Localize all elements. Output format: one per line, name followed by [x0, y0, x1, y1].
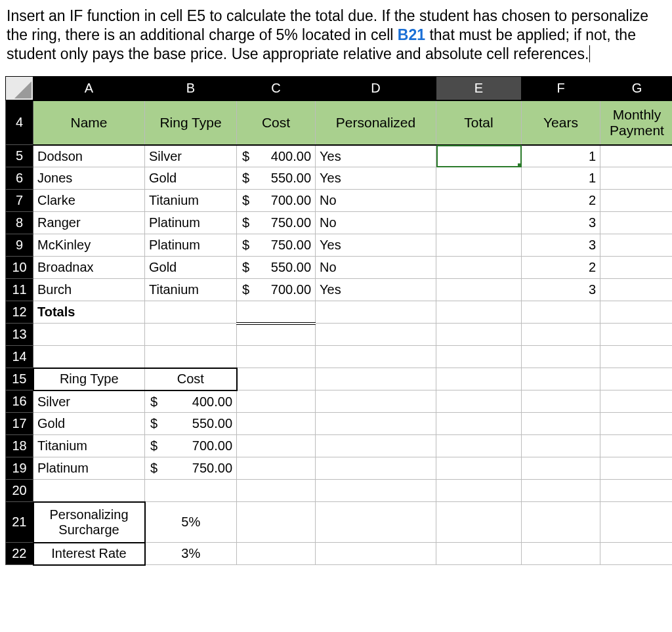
cell[interactable]: [436, 413, 522, 435]
row-header[interactable]: 18: [6, 435, 33, 457]
row-header[interactable]: 6: [6, 167, 33, 190]
cell[interactable]: [316, 390, 436, 413]
header-years[interactable]: Years: [522, 100, 600, 145]
lookup-cost[interactable]: $700.00: [145, 435, 237, 457]
row-header[interactable]: 14: [6, 346, 33, 368]
cell-years[interactable]: 3: [522, 212, 600, 234]
cell[interactable]: [33, 324, 145, 346]
row-header[interactable]: 5: [6, 145, 33, 167]
lookup-cost[interactable]: $750.00: [145, 457, 237, 480]
cell[interactable]: [237, 457, 316, 480]
cell[interactable]: [145, 346, 237, 368]
cell[interactable]: [600, 502, 673, 543]
row-header[interactable]: 7: [6, 190, 33, 212]
cell[interactable]: [316, 324, 436, 346]
header-name[interactable]: Name: [33, 100, 145, 145]
cell[interactable]: [522, 435, 600, 457]
cell-years[interactable]: 1: [522, 167, 600, 190]
cell[interactable]: [316, 435, 436, 457]
cell[interactable]: [316, 301, 436, 324]
totals-label[interactable]: Totals: [33, 301, 145, 324]
cell[interactable]: [522, 301, 600, 324]
cell-pers[interactable]: No: [316, 212, 436, 234]
cell-ring[interactable]: Platinum: [145, 234, 237, 257]
cell[interactable]: [600, 390, 673, 413]
cell-ring[interactable]: Gold: [145, 167, 237, 190]
cell-name[interactable]: Dodson: [33, 145, 145, 167]
cell-pers[interactable]: No: [316, 257, 436, 279]
cell[interactable]: [316, 480, 436, 502]
cell-total[interactable]: [436, 257, 522, 279]
row-header[interactable]: 10: [6, 257, 33, 279]
cell-name[interactable]: Jones: [33, 167, 145, 190]
row-header[interactable]: 12: [6, 301, 33, 324]
cell[interactable]: [316, 543, 436, 565]
cell[interactable]: [436, 301, 522, 324]
row-header[interactable]: 21: [6, 502, 33, 543]
lookup-ring[interactable]: Titanium: [33, 435, 145, 457]
cell[interactable]: [316, 413, 436, 435]
cell-name[interactable]: Burch: [33, 279, 145, 301]
cell[interactable]: [237, 346, 316, 368]
header-total[interactable]: Total: [436, 100, 522, 145]
col-header-D[interactable]: D: [316, 77, 436, 100]
cell[interactable]: [316, 346, 436, 368]
lookup-ring[interactable]: Gold: [33, 413, 145, 435]
cell-monthly[interactable]: [600, 212, 673, 234]
cell[interactable]: [237, 368, 316, 390]
cell[interactable]: [522, 502, 600, 543]
cell[interactable]: [600, 543, 673, 565]
cell-monthly[interactable]: [600, 190, 673, 212]
row-header[interactable]: 13: [6, 324, 33, 346]
cell-ring[interactable]: Titanium: [145, 190, 237, 212]
cell-pers[interactable]: No: [316, 190, 436, 212]
header-personalized[interactable]: Personalized: [316, 100, 436, 145]
cell-total-E5[interactable]: [436, 145, 522, 167]
cell-ring[interactable]: Platinum: [145, 212, 237, 234]
cell[interactable]: [522, 457, 600, 480]
cell[interactable]: [522, 346, 600, 368]
cell-pers[interactable]: Yes: [316, 167, 436, 190]
lookup-ring[interactable]: Platinum: [33, 457, 145, 480]
cell[interactable]: [436, 543, 522, 565]
cell-name[interactable]: Clarke: [33, 190, 145, 212]
cell-total[interactable]: [436, 167, 522, 190]
cell[interactable]: [316, 368, 436, 390]
row-header[interactable]: 11: [6, 279, 33, 301]
cell[interactable]: [237, 413, 316, 435]
lookup-cost[interactable]: $400.00: [145, 390, 237, 413]
interest-label[interactable]: Interest Rate: [33, 543, 145, 565]
header-ring-type[interactable]: Ring Type: [145, 100, 237, 145]
cell-name[interactable]: Broadnax: [33, 257, 145, 279]
row-header[interactable]: 16: [6, 390, 33, 413]
cell-monthly[interactable]: [600, 167, 673, 190]
cell[interactable]: [522, 324, 600, 346]
cell[interactable]: [33, 346, 145, 368]
totals-cost-cell[interactable]: [237, 301, 316, 324]
cell-cost[interactable]: $550.00: [237, 167, 316, 190]
cell[interactable]: [237, 435, 316, 457]
cell[interactable]: [600, 368, 673, 390]
cell[interactable]: [600, 435, 673, 457]
cell-cost[interactable]: $400.00: [237, 145, 316, 167]
cell-pers[interactable]: Yes: [316, 279, 436, 301]
cell[interactable]: [522, 480, 600, 502]
cell-monthly[interactable]: [600, 145, 673, 167]
lookup-ring[interactable]: Silver: [33, 390, 145, 413]
row-header[interactable]: 8: [6, 212, 33, 234]
cell-cost[interactable]: $750.00: [237, 212, 316, 234]
cell[interactable]: [600, 346, 673, 368]
cell[interactable]: [145, 480, 237, 502]
cell[interactable]: [436, 368, 522, 390]
col-header-A[interactable]: A: [33, 77, 145, 100]
header-cost[interactable]: Cost: [237, 100, 316, 145]
cell-cost[interactable]: $550.00: [237, 257, 316, 279]
cell-pers[interactable]: Yes: [316, 145, 436, 167]
cell-ring[interactable]: Silver: [145, 145, 237, 167]
cell[interactable]: [436, 435, 522, 457]
cell-years[interactable]: 3: [522, 234, 600, 257]
cell-total[interactable]: [436, 279, 522, 301]
cell[interactable]: [237, 502, 316, 543]
cell[interactable]: [237, 390, 316, 413]
cell-ring[interactable]: Titanium: [145, 279, 237, 301]
